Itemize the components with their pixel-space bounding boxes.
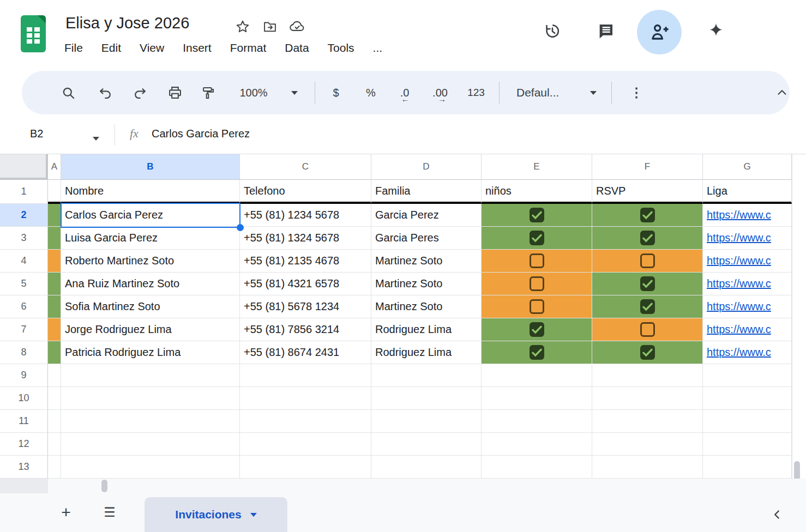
cell-B13[interactable] xyxy=(61,456,240,479)
cell-C2[interactable]: +55 (81) 1234 5678 xyxy=(240,204,371,227)
column-header-B[interactable]: B xyxy=(61,154,240,180)
cell-C12[interactable] xyxy=(240,433,371,456)
print-icon[interactable] xyxy=(163,71,187,114)
horizontal-scrollbar-thumb[interactable] xyxy=(101,480,107,492)
cell-F3[interactable] xyxy=(592,227,703,250)
cell-B8[interactable]: Patricia Rodriguez Lima xyxy=(61,341,240,364)
undo-icon[interactable] xyxy=(93,71,117,114)
cell-F6[interactable] xyxy=(592,295,703,318)
increase-decimal-button[interactable]: .00→ xyxy=(428,71,452,114)
zoom-select[interactable]: 100% xyxy=(232,71,275,114)
cell-A3[interactable] xyxy=(48,227,61,250)
cell-A8[interactable] xyxy=(48,341,61,364)
cell-A5[interactable] xyxy=(48,273,61,295)
version-history-icon[interactable] xyxy=(543,22,562,40)
menu-file[interactable]: File xyxy=(64,41,83,55)
row-header-6[interactable]: 6 xyxy=(0,295,48,318)
checkbox-checked-icon[interactable] xyxy=(530,231,544,245)
cell-E11[interactable] xyxy=(482,410,592,433)
paint-format-icon[interactable] xyxy=(196,71,220,114)
cell-C8[interactable]: +55 (81) 8674 2431 xyxy=(240,341,371,364)
checkbox-unchecked-icon[interactable] xyxy=(530,253,544,268)
cell-G11[interactable] xyxy=(703,410,792,433)
sheets-logo-icon[interactable] xyxy=(21,15,46,52)
star-icon[interactable] xyxy=(233,17,252,36)
cell-D2[interactable]: Garcia Perez xyxy=(371,204,482,227)
cell-link[interactable]: https://www.c xyxy=(707,346,771,359)
cell-B1[interactable]: Nombre xyxy=(61,180,240,204)
checkbox-unchecked-icon[interactable] xyxy=(530,276,544,291)
cell-E7[interactable] xyxy=(482,318,592,341)
row-header-4[interactable]: 4 xyxy=(0,250,48,273)
cell-G1[interactable]: Liga xyxy=(703,180,792,204)
zoom-caret-icon[interactable] xyxy=(288,71,301,114)
row-header-8[interactable]: 8 xyxy=(0,341,48,364)
cell-B4[interactable]: Roberto Martinez Soto xyxy=(61,250,240,273)
column-header-G[interactable]: G xyxy=(703,154,792,180)
cell-B5[interactable]: Ana Ruiz Martinez Soto xyxy=(61,273,240,295)
row-header-9[interactable]: 9 xyxy=(0,364,48,387)
cell-C10[interactable] xyxy=(240,387,371,410)
cell-A6[interactable] xyxy=(48,295,61,318)
checkbox-checked-icon[interactable] xyxy=(530,345,544,360)
cell-B9[interactable] xyxy=(61,364,240,387)
cell-D1[interactable]: Familia xyxy=(371,180,482,204)
cell-C4[interactable]: +55 (81) 2135 4678 xyxy=(240,250,371,273)
comments-icon[interactable] xyxy=(597,22,615,40)
cell-E13[interactable] xyxy=(482,456,592,479)
cell-F8[interactable] xyxy=(592,341,703,364)
row-header-3[interactable]: 3 xyxy=(0,227,48,250)
collapse-toolbar-icon[interactable] xyxy=(770,71,794,114)
cell-E9[interactable] xyxy=(482,364,592,387)
cell-D10[interactable] xyxy=(371,387,482,410)
cell-E10[interactable] xyxy=(482,387,592,410)
cell-link[interactable]: https://www.c xyxy=(707,277,771,290)
format-percent-button[interactable]: % xyxy=(359,71,383,114)
cell-A11[interactable] xyxy=(48,410,61,433)
cell-C1[interactable]: Telefono xyxy=(240,180,371,204)
cell-link[interactable]: https://www.c xyxy=(707,232,771,244)
name-box-caret-icon[interactable] xyxy=(93,133,99,143)
menu-edit[interactable]: Edit xyxy=(101,41,121,55)
cell-D6[interactable]: Martinez Soto xyxy=(371,295,482,318)
cell-E12[interactable] xyxy=(482,433,592,456)
column-header-F[interactable]: F xyxy=(592,154,703,180)
cell-C9[interactable] xyxy=(240,364,371,387)
move-folder-icon[interactable] xyxy=(261,17,279,36)
cell-F5[interactable] xyxy=(592,273,703,295)
cell-E1[interactable]: niños xyxy=(482,180,592,204)
menu-overflow[interactable]: ... xyxy=(373,41,383,55)
cell-link[interactable]: https://www.c xyxy=(707,323,771,336)
cell-G3[interactable]: https://www.c xyxy=(703,227,792,250)
cell-B10[interactable] xyxy=(61,387,240,410)
sheet-tab-invitaciones[interactable]: Invitaciones xyxy=(145,497,287,532)
cell-F9[interactable] xyxy=(592,364,703,387)
checkbox-checked-icon[interactable] xyxy=(640,231,655,245)
row-header-7[interactable]: 7 xyxy=(0,318,48,341)
formula-input[interactable]: Carlos Garcia Perez xyxy=(152,128,250,140)
cell-G4[interactable]: https://www.c xyxy=(703,250,792,273)
checkbox-checked-icon[interactable] xyxy=(640,208,655,222)
cell-D13[interactable] xyxy=(371,456,482,479)
row-header-1[interactable]: 1 xyxy=(0,180,48,204)
cell-link[interactable]: https://www.c xyxy=(707,300,771,313)
cell-D8[interactable]: Rodriguez Lima xyxy=(371,341,482,364)
cell-F2[interactable] xyxy=(592,204,703,227)
collapse-side-panel-icon[interactable] xyxy=(768,505,786,524)
checkbox-checked-icon[interactable] xyxy=(640,299,655,314)
cell-C5[interactable]: +55 (81) 4321 6578 xyxy=(240,273,371,295)
vertical-scrollbar-track[interactable] xyxy=(792,154,806,479)
column-header-A[interactable]: A xyxy=(48,154,61,180)
horizontal-scrollbar-track[interactable] xyxy=(0,479,806,493)
cell-G10[interactable] xyxy=(703,387,792,410)
cell-link[interactable]: https://www.c xyxy=(707,255,771,267)
cell-E2[interactable] xyxy=(482,204,592,227)
redo-icon[interactable] xyxy=(128,71,152,114)
row-header-13[interactable]: 13 xyxy=(0,456,48,479)
cell-G6[interactable]: https://www.c xyxy=(703,295,792,318)
checkbox-checked-icon[interactable] xyxy=(640,345,655,360)
cell-A9[interactable] xyxy=(48,364,61,387)
cell-F12[interactable] xyxy=(592,433,703,456)
add-sheet-icon[interactable]: + xyxy=(57,503,75,522)
cell-F13[interactable] xyxy=(592,456,703,479)
